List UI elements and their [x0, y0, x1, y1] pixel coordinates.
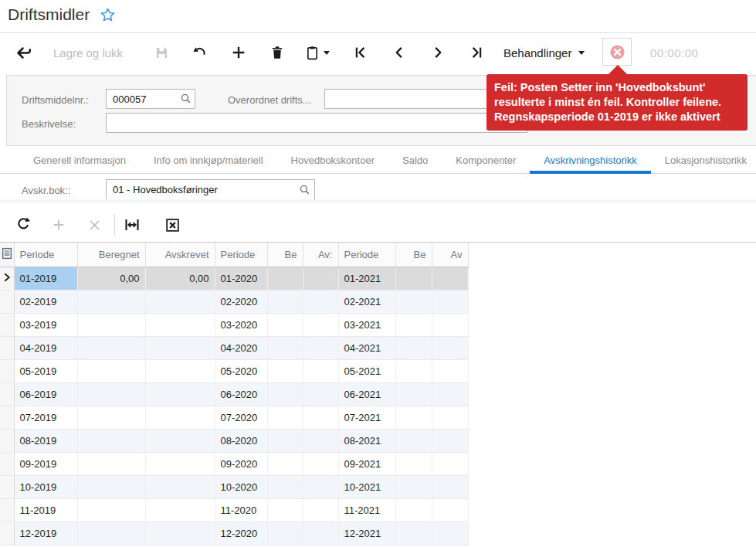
table-cell[interactable] — [77, 498, 145, 522]
depreciation-book-input[interactable] — [106, 179, 315, 200]
table-row[interactable]: 11-201911-202011-2021 — [0, 498, 468, 522]
table-row[interactable]: 12-201912-202012-2021 — [0, 522, 468, 545]
table-row[interactable]: 05-201905-202005-2021 — [0, 359, 468, 382]
tab-info-om-innkjøp-materiell[interactable]: Info om innkjøp/materiell — [140, 146, 277, 174]
clipboard-button[interactable] — [301, 41, 332, 64]
table-cell[interactable] — [77, 406, 145, 429]
add-button[interactable] — [227, 41, 250, 64]
table-cell[interactable] — [145, 336, 215, 359]
column-header-1[interactable]: Beregnet — [77, 243, 145, 267]
table-cell[interactable]: 09-2021 — [338, 452, 395, 475]
table-cell[interactable]: 05-2019 — [14, 359, 77, 382]
table-cell[interactable] — [77, 522, 145, 545]
table-cell[interactable] — [303, 290, 338, 313]
search-icon[interactable] — [298, 183, 311, 199]
table-cell[interactable] — [395, 522, 432, 545]
table-cell[interactable]: 04-2021 — [338, 336, 395, 359]
table-row[interactable]: 07-201907-202007-2021 — [0, 406, 468, 429]
table-cell[interactable] — [432, 406, 468, 429]
table-cell[interactable]: 0,00 — [145, 267, 215, 290]
table-cell[interactable]: 05-2020 — [215, 359, 267, 382]
table-cell[interactable] — [395, 475, 432, 498]
table-cell[interactable] — [432, 382, 468, 406]
grid-settings-icon[interactable] — [0, 243, 14, 267]
table-cell[interactable] — [77, 452, 145, 475]
undo-button[interactable] — [188, 41, 212, 64]
column-header-5[interactable]: Av: — [303, 243, 338, 267]
table-cell[interactable] — [303, 267, 338, 290]
table-row[interactable]: 02-201902-202002-2021 — [0, 290, 468, 313]
table-cell[interactable] — [395, 267, 432, 290]
table-cell[interactable] — [267, 382, 303, 406]
last-record-button[interactable] — [465, 41, 488, 64]
table-cell[interactable] — [267, 522, 303, 545]
table-cell[interactable] — [432, 475, 468, 498]
table-cell[interactable] — [432, 522, 468, 545]
table-cell[interactable] — [77, 313, 145, 336]
table-cell[interactable] — [77, 475, 145, 498]
tab-lokasjonshistorikk[interactable]: Lokasjonshistorikk — [651, 146, 756, 174]
table-cell[interactable]: 12-2020 — [215, 522, 267, 545]
tab-hovedbokskontoer[interactable]: Hovedbokskontoer — [277, 146, 388, 174]
back-button[interactable] — [12, 41, 36, 64]
table-cell[interactable] — [145, 313, 215, 336]
table-cell[interactable]: 03-2020 — [215, 313, 267, 336]
table-cell[interactable]: 02-2019 — [14, 290, 77, 313]
table-cell[interactable]: 12-2019 — [14, 522, 77, 545]
table-cell[interactable]: 02-2020 — [215, 290, 267, 313]
table-cell[interactable] — [395, 382, 432, 406]
column-header-0[interactable]: Periode — [14, 243, 77, 267]
table-cell[interactable] — [267, 498, 303, 522]
table-cell[interactable]: 03-2021 — [338, 313, 395, 336]
favorite-star-icon[interactable] — [99, 6, 117, 24]
fit-width-button[interactable] — [122, 215, 142, 235]
table-cell[interactable] — [303, 475, 338, 498]
column-header-7[interactable]: Be — [395, 243, 432, 267]
delete-button[interactable] — [266, 41, 289, 64]
tab-generell-informasjon[interactable]: Generell informasjon — [19, 146, 140, 174]
table-cell[interactable] — [432, 452, 468, 475]
add-row-button[interactable] — [49, 215, 69, 235]
table-cell[interactable] — [145, 429, 215, 452]
previous-record-button[interactable] — [388, 41, 411, 64]
table-cell[interactable] — [303, 313, 338, 336]
table-cell[interactable] — [303, 429, 338, 452]
table-cell[interactable] — [267, 475, 303, 498]
table-cell[interactable] — [303, 406, 338, 429]
table-cell[interactable] — [267, 336, 303, 359]
table-cell[interactable] — [395, 406, 432, 429]
table-cell[interactable]: 06-2020 — [215, 382, 267, 406]
table-row[interactable]: 04-201904-202004-2021 — [0, 336, 468, 359]
table-cell[interactable]: 01-2020 — [215, 267, 267, 290]
table-cell[interactable] — [145, 475, 215, 498]
table-cell[interactable]: 08-2020 — [215, 429, 267, 452]
table-cell[interactable] — [432, 359, 468, 382]
table-cell[interactable] — [303, 359, 338, 382]
table-cell[interactable]: 07-2020 — [215, 406, 267, 429]
table-cell[interactable]: 11-2019 — [14, 498, 77, 522]
column-header-2[interactable]: Avskrevet — [145, 243, 215, 267]
table-cell[interactable] — [432, 267, 468, 290]
table-cell[interactable] — [395, 498, 432, 522]
table-cell[interactable] — [145, 359, 215, 382]
tab-komponenter[interactable]: Komponenter — [442, 146, 530, 174]
table-cell[interactable] — [267, 359, 303, 382]
table-cell[interactable] — [432, 429, 468, 452]
save-and-close-button[interactable]: Lagre og lukk — [53, 41, 123, 64]
table-cell[interactable] — [303, 498, 338, 522]
next-record-button[interactable] — [426, 41, 449, 64]
table-cell[interactable]: 09-2020 — [215, 452, 267, 475]
table-cell[interactable] — [395, 313, 432, 336]
description-input[interactable] — [106, 113, 527, 133]
table-cell[interactable]: 01-2019 — [14, 267, 77, 290]
table-cell[interactable]: 08-2021 — [338, 429, 395, 452]
export-excel-button[interactable] — [162, 215, 182, 235]
table-row[interactable]: 09-201909-202009-2021 — [0, 452, 468, 475]
table-row[interactable]: 10-201910-202010-2021 — [0, 475, 468, 498]
refresh-button[interactable] — [13, 215, 33, 235]
table-cell[interactable] — [267, 429, 303, 452]
table-cell[interactable] — [267, 452, 303, 475]
table-cell[interactable] — [395, 336, 432, 359]
delete-row-button[interactable] — [84, 215, 104, 235]
table-cell[interactable]: 02-2021 — [338, 290, 395, 313]
